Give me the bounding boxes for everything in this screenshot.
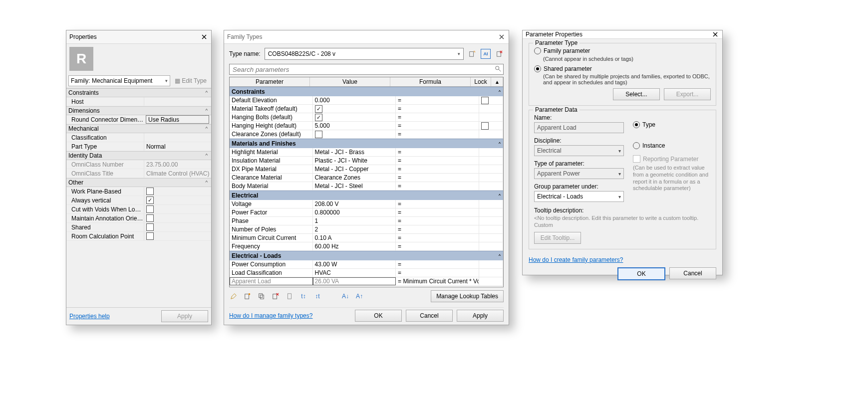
checkbox[interactable] (315, 105, 322, 113)
parameter-data-group: Parameter Data Name: Apparent Load Disci… (529, 110, 716, 249)
svg-rect-0 (470, 52, 474, 57)
lock-checkbox[interactable] (481, 97, 489, 104)
checkbox[interactable] (146, 188, 154, 195)
group-constraints[interactable]: Constraints⌃ (230, 87, 503, 96)
prop-always-vertical[interactable]: Always vertical (66, 196, 211, 205)
copy-parameter-icon[interactable] (257, 292, 266, 301)
type-name-select[interactable]: COBS048B22S/C - 208 v ▾ (265, 48, 464, 60)
svg-rect-5 (259, 294, 263, 298)
prop-room-calc-point[interactable]: Room Calculation Point (66, 232, 211, 241)
tooltip-description-label: Tooltip description: (534, 207, 624, 214)
new-type-icon[interactable] (468, 49, 477, 58)
category-dimensions[interactable]: Dimensions⌃ (66, 106, 211, 115)
collapse-icon: ⌃ (498, 193, 501, 199)
table-row: Power Factor0.800000= (230, 208, 503, 217)
checkbox[interactable] (146, 205, 154, 213)
collapse-icon: ⌃ (205, 108, 208, 114)
checkbox[interactable] (315, 131, 322, 138)
prop-maintain-annotation[interactable]: Maintain Annotation Orien... (66, 214, 211, 223)
delete-parameter-icon[interactable] (271, 292, 280, 301)
scroll-up-icon[interactable]: ▴ (491, 77, 503, 86)
delete-type-icon[interactable] (495, 49, 504, 58)
duplicate-parameter-icon[interactable] (285, 292, 294, 301)
table-row: Hanging Height (default)5.000= (230, 122, 503, 130)
properties-title: Properties (69, 33, 97, 40)
close-icon[interactable] (498, 33, 506, 41)
prop-omniclass-title[interactable]: OmniClass TitleClimate Control (HVAC) (66, 169, 211, 178)
edit-type-button[interactable]: ▦ Edit Type (172, 75, 209, 86)
create-family-parameters-link[interactable]: How do I create family parameters? (529, 256, 716, 263)
prop-work-plane-based[interactable]: Work Plane-Based (66, 187, 211, 196)
category-identity[interactable]: Identity Data⌃ (66, 151, 211, 160)
checkbox[interactable] (146, 197, 154, 204)
group-under-label: Group parameter under: (534, 183, 624, 190)
checkbox[interactable] (315, 114, 322, 121)
type-of-parameter-select[interactable]: Apparent Power (534, 168, 624, 179)
cancel-button[interactable]: Cancel (669, 267, 716, 279)
prop-part-type[interactable]: Part TypeNormal (66, 142, 211, 151)
group-materials[interactable]: Materials and Finishes⌃ (230, 139, 503, 148)
svg-point-4 (249, 293, 251, 295)
manage-family-types-link[interactable]: How do I manage family types? (229, 312, 312, 319)
group-electrical-loads[interactable]: Electrical - Loads⌃ (230, 251, 503, 260)
sort-asc-icon[interactable]: A↓ (341, 292, 350, 301)
rename-type-icon[interactable]: AI (481, 49, 491, 59)
chevron-down-icon: ▾ (165, 78, 168, 83)
manage-lookup-tables-button[interactable]: Manage Lookup Tables (431, 290, 504, 302)
prop-shared[interactable]: Shared (66, 223, 211, 232)
parameter-toolbar: t↕ ↕t A↓ A↑ Manage Lookup Tables (229, 287, 504, 305)
cancel-button[interactable]: Cancel (406, 310, 453, 322)
sort-desc-icon[interactable]: A↑ (355, 292, 364, 301)
family-category-select[interactable]: Family: Mechanical Equipment ▾ (68, 75, 170, 86)
properties-help-link[interactable]: Properties help (69, 313, 110, 320)
parameter-type-label: Parameter Type (533, 39, 579, 46)
move-up-icon[interactable]: t↕ (299, 292, 308, 301)
search-parameters-input[interactable] (229, 64, 504, 75)
shared-parameter-radio[interactable]: Shared parameter (534, 65, 592, 72)
export-button[interactable]: Export... (664, 88, 711, 100)
type-name-label: Type name: (229, 50, 261, 57)
discipline-select[interactable]: Electrical (534, 145, 624, 156)
family-types-dialog: Family Types Type name: COBS048B22S/C - … (224, 30, 509, 325)
parameters-table: Parameter Value Formula Lock ▴ Constrain… (229, 77, 504, 287)
svg-point-2 (496, 66, 499, 70)
instance-radio[interactable]: Instance (633, 142, 711, 149)
checkbox[interactable] (146, 223, 154, 231)
collapse-icon: ⌃ (205, 180, 208, 186)
type-radio[interactable]: Type (633, 121, 711, 128)
reporting-desc: (Can be used to extract value from a geo… (633, 165, 711, 192)
checkbox[interactable] (146, 214, 154, 222)
checkbox[interactable] (146, 232, 154, 240)
apply-button[interactable]: Apply (161, 310, 208, 322)
table-row-selected[interactable]: Apparent Load26.00 VA= Minimum Circuit C… (230, 277, 503, 286)
prop-classification[interactable]: Classification (66, 133, 211, 142)
revit-logo-icon: R (69, 47, 93, 71)
group-electrical[interactable]: Electrical⌃ (230, 191, 503, 200)
category-other[interactable]: Other⌃ (66, 178, 211, 187)
modify-parameter-icon[interactable] (229, 292, 238, 301)
category-mechanical[interactable]: Mechanical⌃ (66, 124, 211, 133)
close-icon[interactable] (711, 30, 719, 38)
prop-host[interactable]: Host (66, 97, 211, 106)
new-parameter-icon[interactable] (243, 292, 252, 301)
edit-tooltip-button[interactable]: Edit Tooltip... (534, 232, 581, 244)
search-icon[interactable] (495, 65, 502, 74)
select-button[interactable]: Select... (613, 88, 660, 100)
move-down-icon[interactable]: ↕t (313, 292, 322, 301)
reporting-parameter-checkbox[interactable]: Reporting Parameter (633, 155, 711, 163)
parameter-properties-dialog: Parameter Properties Parameter Type Fami… (522, 30, 723, 275)
group-under-select[interactable]: Electrical - Loads (534, 191, 624, 202)
type-of-parameter-label: Type of parameter: (534, 160, 624, 167)
ok-button[interactable]: OK (355, 310, 402, 322)
table-body[interactable]: Constraints⌃ Default Elevation0.000= Mat… (230, 87, 503, 287)
family-category-label: Family: Mechanical Equipment (71, 77, 152, 84)
close-icon[interactable] (200, 33, 208, 41)
prop-round-connector[interactable]: Round Connector Dimensi...Use Radius (66, 115, 211, 124)
category-constraints[interactable]: Constraints⌃ (66, 88, 211, 97)
lock-checkbox[interactable] (481, 122, 489, 130)
prop-omniclass-number[interactable]: OmniClass Number23.75.00.00 (66, 160, 211, 169)
apply-button[interactable]: Apply (457, 310, 504, 322)
prop-cut-with-voids[interactable]: Cut with Voids When Load... (66, 205, 211, 214)
family-parameter-radio[interactable]: Family parameter (534, 47, 590, 54)
ok-button[interactable]: OK (617, 267, 665, 280)
